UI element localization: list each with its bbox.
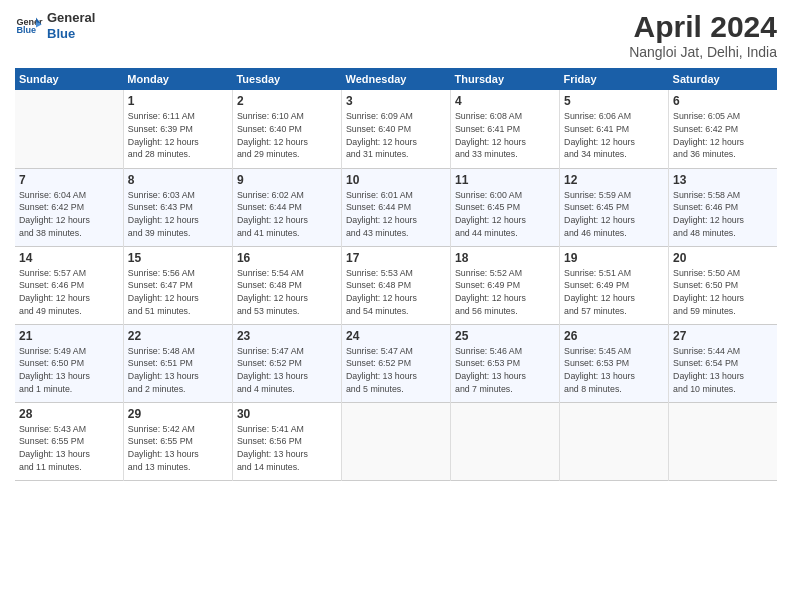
calendar-cell: 2Sunrise: 6:10 AM Sunset: 6:40 PM Daylig…	[232, 90, 341, 168]
day-info: Sunrise: 5:53 AM Sunset: 6:48 PM Dayligh…	[346, 267, 446, 318]
day-info: Sunrise: 5:42 AM Sunset: 6:55 PM Dayligh…	[128, 423, 228, 474]
calendar-cell: 17Sunrise: 5:53 AM Sunset: 6:48 PM Dayli…	[341, 246, 450, 324]
calendar-cell: 22Sunrise: 5:48 AM Sunset: 6:51 PM Dayli…	[123, 324, 232, 402]
day-info: Sunrise: 6:01 AM Sunset: 6:44 PM Dayligh…	[346, 189, 446, 240]
calendar-cell: 25Sunrise: 5:46 AM Sunset: 6:53 PM Dayli…	[451, 324, 560, 402]
day-info: Sunrise: 5:58 AM Sunset: 6:46 PM Dayligh…	[673, 189, 773, 240]
calendar-table: SundayMondayTuesdayWednesdayThursdayFrid…	[15, 68, 777, 481]
weekday-header-sunday: Sunday	[15, 68, 123, 90]
calendar-cell: 30Sunrise: 5:41 AM Sunset: 6:56 PM Dayli…	[232, 402, 341, 480]
day-info: Sunrise: 5:52 AM Sunset: 6:49 PM Dayligh…	[455, 267, 555, 318]
day-number: 9	[237, 173, 337, 187]
day-number: 29	[128, 407, 228, 421]
calendar-cell: 24Sunrise: 5:47 AM Sunset: 6:52 PM Dayli…	[341, 324, 450, 402]
calendar-cell: 27Sunrise: 5:44 AM Sunset: 6:54 PM Dayli…	[669, 324, 777, 402]
day-info: Sunrise: 5:47 AM Sunset: 6:52 PM Dayligh…	[346, 345, 446, 396]
title-area: April 2024 Nangloi Jat, Delhi, India	[629, 10, 777, 60]
day-number: 16	[237, 251, 337, 265]
day-info: Sunrise: 6:02 AM Sunset: 6:44 PM Dayligh…	[237, 189, 337, 240]
day-number: 15	[128, 251, 228, 265]
day-info: Sunrise: 6:00 AM Sunset: 6:45 PM Dayligh…	[455, 189, 555, 240]
day-info: Sunrise: 6:10 AM Sunset: 6:40 PM Dayligh…	[237, 110, 337, 161]
day-info: Sunrise: 5:59 AM Sunset: 6:45 PM Dayligh…	[564, 189, 664, 240]
day-number: 27	[673, 329, 773, 343]
weekday-header-row: SundayMondayTuesdayWednesdayThursdayFrid…	[15, 68, 777, 90]
calendar-week-row: 1Sunrise: 6:11 AM Sunset: 6:39 PM Daylig…	[15, 90, 777, 168]
day-info: Sunrise: 5:47 AM Sunset: 6:52 PM Dayligh…	[237, 345, 337, 396]
day-number: 18	[455, 251, 555, 265]
day-info: Sunrise: 6:05 AM Sunset: 6:42 PM Dayligh…	[673, 110, 773, 161]
calendar-cell: 10Sunrise: 6:01 AM Sunset: 6:44 PM Dayli…	[341, 168, 450, 246]
day-info: Sunrise: 5:45 AM Sunset: 6:53 PM Dayligh…	[564, 345, 664, 396]
weekday-header-wednesday: Wednesday	[341, 68, 450, 90]
day-number: 7	[19, 173, 119, 187]
day-number: 24	[346, 329, 446, 343]
month-title: April 2024	[629, 10, 777, 44]
weekday-header-tuesday: Tuesday	[232, 68, 341, 90]
logo: General Blue General Blue	[15, 10, 95, 41]
calendar-cell: 1Sunrise: 6:11 AM Sunset: 6:39 PM Daylig…	[123, 90, 232, 168]
day-number: 14	[19, 251, 119, 265]
day-info: Sunrise: 5:57 AM Sunset: 6:46 PM Dayligh…	[19, 267, 119, 318]
calendar-cell: 13Sunrise: 5:58 AM Sunset: 6:46 PM Dayli…	[669, 168, 777, 246]
day-info: Sunrise: 5:56 AM Sunset: 6:47 PM Dayligh…	[128, 267, 228, 318]
day-info: Sunrise: 6:03 AM Sunset: 6:43 PM Dayligh…	[128, 189, 228, 240]
day-number: 6	[673, 94, 773, 108]
calendar-week-row: 28Sunrise: 5:43 AM Sunset: 6:55 PM Dayli…	[15, 402, 777, 480]
day-info: Sunrise: 5:43 AM Sunset: 6:55 PM Dayligh…	[19, 423, 119, 474]
calendar-cell	[560, 402, 669, 480]
calendar-cell	[451, 402, 560, 480]
calendar-cell: 26Sunrise: 5:45 AM Sunset: 6:53 PM Dayli…	[560, 324, 669, 402]
day-info: Sunrise: 5:44 AM Sunset: 6:54 PM Dayligh…	[673, 345, 773, 396]
calendar-cell: 16Sunrise: 5:54 AM Sunset: 6:48 PM Dayli…	[232, 246, 341, 324]
day-number: 1	[128, 94, 228, 108]
day-info: Sunrise: 6:09 AM Sunset: 6:40 PM Dayligh…	[346, 110, 446, 161]
day-number: 26	[564, 329, 664, 343]
calendar-cell: 15Sunrise: 5:56 AM Sunset: 6:47 PM Dayli…	[123, 246, 232, 324]
svg-text:Blue: Blue	[16, 25, 36, 35]
header: General Blue General Blue April 2024 Nan…	[15, 10, 777, 60]
calendar-cell	[669, 402, 777, 480]
day-number: 20	[673, 251, 773, 265]
calendar-cell: 23Sunrise: 5:47 AM Sunset: 6:52 PM Dayli…	[232, 324, 341, 402]
calendar-cell: 9Sunrise: 6:02 AM Sunset: 6:44 PM Daylig…	[232, 168, 341, 246]
calendar-cell: 8Sunrise: 6:03 AM Sunset: 6:43 PM Daylig…	[123, 168, 232, 246]
calendar-cell: 3Sunrise: 6:09 AM Sunset: 6:40 PM Daylig…	[341, 90, 450, 168]
day-number: 2	[237, 94, 337, 108]
day-number: 11	[455, 173, 555, 187]
calendar-cell: 6Sunrise: 6:05 AM Sunset: 6:42 PM Daylig…	[669, 90, 777, 168]
day-info: Sunrise: 5:48 AM Sunset: 6:51 PM Dayligh…	[128, 345, 228, 396]
day-number: 21	[19, 329, 119, 343]
day-number: 13	[673, 173, 773, 187]
calendar-cell	[341, 402, 450, 480]
location-subtitle: Nangloi Jat, Delhi, India	[629, 44, 777, 60]
day-info: Sunrise: 6:04 AM Sunset: 6:42 PM Dayligh…	[19, 189, 119, 240]
calendar-cell: 29Sunrise: 5:42 AM Sunset: 6:55 PM Dayli…	[123, 402, 232, 480]
calendar-cell: 18Sunrise: 5:52 AM Sunset: 6:49 PM Dayli…	[451, 246, 560, 324]
day-number: 30	[237, 407, 337, 421]
day-number: 8	[128, 173, 228, 187]
calendar-cell	[15, 90, 123, 168]
day-number: 4	[455, 94, 555, 108]
calendar-cell: 7Sunrise: 6:04 AM Sunset: 6:42 PM Daylig…	[15, 168, 123, 246]
page-container: General Blue General Blue April 2024 Nan…	[0, 0, 792, 491]
day-number: 28	[19, 407, 119, 421]
day-info: Sunrise: 5:54 AM Sunset: 6:48 PM Dayligh…	[237, 267, 337, 318]
calendar-cell: 20Sunrise: 5:50 AM Sunset: 6:50 PM Dayli…	[669, 246, 777, 324]
day-info: Sunrise: 6:08 AM Sunset: 6:41 PM Dayligh…	[455, 110, 555, 161]
weekday-header-thursday: Thursday	[451, 68, 560, 90]
day-number: 25	[455, 329, 555, 343]
calendar-cell: 12Sunrise: 5:59 AM Sunset: 6:45 PM Dayli…	[560, 168, 669, 246]
day-number: 12	[564, 173, 664, 187]
day-info: Sunrise: 5:50 AM Sunset: 6:50 PM Dayligh…	[673, 267, 773, 318]
day-info: Sunrise: 5:51 AM Sunset: 6:49 PM Dayligh…	[564, 267, 664, 318]
weekday-header-saturday: Saturday	[669, 68, 777, 90]
calendar-cell: 14Sunrise: 5:57 AM Sunset: 6:46 PM Dayli…	[15, 246, 123, 324]
calendar-week-row: 7Sunrise: 6:04 AM Sunset: 6:42 PM Daylig…	[15, 168, 777, 246]
calendar-cell: 4Sunrise: 6:08 AM Sunset: 6:41 PM Daylig…	[451, 90, 560, 168]
calendar-week-row: 14Sunrise: 5:57 AM Sunset: 6:46 PM Dayli…	[15, 246, 777, 324]
day-number: 22	[128, 329, 228, 343]
day-number: 10	[346, 173, 446, 187]
weekday-header-monday: Monday	[123, 68, 232, 90]
logo-icon: General Blue	[15, 12, 43, 40]
